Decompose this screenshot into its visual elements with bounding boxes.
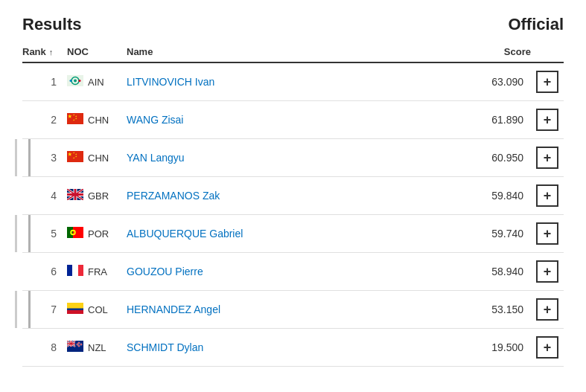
score-cell: 61.890 [471, 114, 531, 126]
name-cell: ALBUQUERQUE Gabriel [127, 228, 471, 240]
rank-cell: 2 [22, 114, 67, 126]
table-row: 3 CHN YAN Langyu 60.950 + [22, 139, 564, 177]
score-cell: 60.950 [471, 152, 531, 164]
expand-button[interactable]: + [536, 184, 558, 207]
noc-cell: AIN [67, 75, 127, 89]
svg-rect-35 [67, 310, 83, 314]
flag-icon [67, 113, 83, 126]
score-header: Score [471, 46, 531, 57]
table-row: 7 COL HERNANDEZ Angel 53.150 + [22, 291, 564, 329]
name-cell: HERNANDEZ Angel [127, 303, 471, 315]
svg-rect-5 [67, 113, 83, 124]
table-row: 8 NZL SCHMIDT Dylan 19.500 + [22, 329, 564, 367]
svg-point-46 [78, 342, 80, 344]
noc-code: POR [88, 228, 109, 240]
table-row: 5 POR ALBUQUERQUE Gabriel 59.740 + [22, 215, 564, 253]
svg-rect-32 [67, 265, 72, 276]
noc-code: CHN [88, 115, 109, 126]
score-cell: 19.500 [471, 341, 531, 353]
column-headers: Rank ↑ NOC Name Score [22, 46, 564, 63]
svg-point-47 [80, 344, 82, 345]
action-cell: + [531, 109, 564, 131]
name-cell: YAN Langyu [127, 152, 471, 164]
score-cell: 58.940 [471, 266, 531, 277]
score-cell: 59.740 [471, 228, 531, 240]
expand-button[interactable]: + [536, 298, 558, 321]
noc-code: CHN [88, 152, 109, 164]
name-cell: SCHMIDT Dylan [127, 341, 471, 353]
expand-button[interactable]: + [536, 71, 558, 93]
expand-button[interactable]: + [536, 147, 558, 169]
action-cell: + [531, 260, 564, 283]
flag-icon [67, 189, 83, 202]
noc-cell: CHN [67, 151, 127, 164]
results-title: Results [22, 15, 81, 34]
rank-cell: 8 [22, 341, 67, 353]
action-cell: + [531, 71, 564, 93]
action-cell: + [531, 298, 564, 321]
noc-code: FRA [88, 266, 107, 277]
noc-cell: FRA [67, 265, 127, 278]
main-container: Results Official Rank ↑ NOC Name Score 1… [0, 0, 586, 382]
sort-arrow-icon: ↑ [49, 48, 54, 57]
official-label: Official [508, 15, 564, 34]
noc-code: NZL [88, 342, 106, 353]
noc-cell: NZL [67, 341, 127, 354]
left-bar [28, 291, 31, 328]
score-cell: 53.150 [471, 303, 531, 315]
flag-icon [67, 151, 83, 164]
table-row: 1 AIN LITVINOVICH Ivan 63.090 + [22, 63, 564, 101]
noc-code: AIN [88, 77, 104, 88]
noc-cell: POR [67, 227, 127, 240]
name-cell: WANG Zisai [127, 114, 471, 126]
flag-icon [67, 75, 83, 89]
expand-button[interactable]: + [536, 222, 558, 245]
svg-point-4 [79, 80, 81, 82]
noc-cell: COL [67, 303, 127, 316]
flag-icon [67, 341, 83, 354]
name-header: Name [127, 46, 471, 57]
score-cell: 59.840 [471, 190, 531, 202]
expand-button[interactable]: + [536, 336, 558, 359]
header-row: Results Official [22, 15, 564, 34]
expand-button[interactable]: + [536, 109, 558, 131]
svg-point-3 [70, 80, 72, 82]
expand-button[interactable]: + [536, 260, 558, 283]
table-row: 4 GBR PERZAMANOS Zak 59.840 + [22, 177, 564, 215]
svg-rect-26 [67, 227, 73, 238]
rank-cell: 4 [22, 190, 67, 202]
table-row: 6 FRA GOUZOU Pierre 58.940 + [22, 253, 564, 291]
flag-icon [67, 303, 83, 316]
noc-cell: CHN [67, 113, 127, 126]
noc-header: NOC [67, 46, 127, 57]
score-cell: 63.090 [471, 76, 531, 88]
table-row: 2 CHN WANG Zisai 61.890 + [22, 101, 564, 139]
left-bar [28, 139, 31, 176]
rank-cell: 6 [22, 266, 67, 277]
action-cell: + [531, 336, 564, 359]
svg-point-48 [78, 345, 80, 347]
noc-code: COL [88, 304, 108, 315]
name-cell: GOUZOU Pierre [127, 266, 471, 277]
svg-point-49 [77, 344, 78, 345]
rank-header: Rank ↑ [22, 46, 67, 57]
action-cell: + [531, 222, 564, 245]
noc-cell: GBR [67, 189, 127, 202]
action-cell: + [531, 147, 564, 169]
svg-point-2 [74, 80, 77, 83]
noc-code: GBR [88, 190, 109, 202]
flag-icon [67, 227, 83, 240]
svg-rect-11 [67, 151, 83, 162]
name-cell: LITVINOVICH Ivan [127, 76, 471, 88]
flag-icon [67, 265, 83, 278]
left-bar [28, 215, 31, 252]
name-cell: PERZAMANOS Zak [127, 190, 471, 202]
rank-cell: 1 [22, 76, 67, 88]
action-cell: + [531, 184, 564, 207]
table-body: 1 AIN LITVINOVICH Ivan 63.090 + 2 CHN WA… [22, 63, 564, 367]
